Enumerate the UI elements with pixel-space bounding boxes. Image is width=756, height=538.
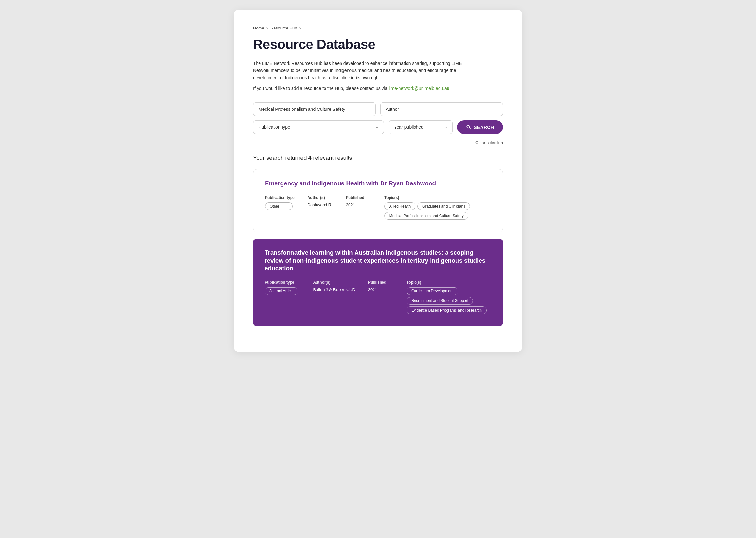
meta-published-value-2: 2021 (368, 287, 394, 292)
publication-type-tag-1: Other (265, 202, 293, 210)
topic-tag-1-1: Graduates and Clinicians (417, 202, 470, 210)
meta-published-value-1: 2021 (346, 202, 372, 207)
meta-authors-value-1: Dashwood.R (307, 202, 333, 207)
meta-topics-1: Topic(s) Allied Health Graduates and Cli… (384, 195, 491, 222)
meta-authors-label-1: Author(s) (307, 195, 333, 200)
meta-topics-2: Topic(s) Curriculum Development Recruitm… (406, 280, 491, 316)
page-description: The LIME Network Resources Hub has been … (253, 60, 477, 81)
meta-published-label-2: Published (368, 280, 394, 285)
breadcrumb-sep2: > (299, 26, 301, 30)
breadcrumb-resource-hub[interactable]: Resource Hub (270, 26, 297, 30)
topic-dropdown-label: Medical Professionalism and Culture Safe… (258, 107, 345, 112)
meta-publication-type-2: Publication type Journal Article (265, 280, 300, 297)
result-meta-2: Publication type Journal Article Author(… (265, 280, 491, 316)
author-chevron-icon: ⌄ (494, 107, 498, 111)
breadcrumb: Home > Resource Hub > (253, 26, 503, 30)
clear-selection[interactable]: Clear selection (253, 140, 503, 145)
filters-section: Medical Professionalism and Culture Safe… (253, 102, 503, 134)
topic-chevron-icon: ⌄ (367, 107, 370, 111)
result-title-1[interactable]: Emergency and Indigenous Health with Dr … (265, 180, 491, 188)
year-dropdown-label: Year published (394, 125, 423, 130)
meta-published-2: Published 2021 (368, 280, 394, 292)
publication-type-dropdown[interactable]: Publication type ⌄ (253, 120, 384, 134)
topic-tag-1-0: Allied Health (384, 202, 415, 210)
topic-tag-2-0: Curriculum Development (406, 287, 459, 295)
topic-tag-2-2: Evidence Based Programs and Research (406, 306, 487, 314)
contact-line: If you would like to add a resource to t… (253, 86, 503, 91)
author-dropdown[interactable]: Author ⌄ (380, 102, 503, 116)
result-title-2[interactable]: Transformative learning within Australia… (265, 249, 491, 273)
topics-tags-1: Allied Health Graduates and Clinicians M… (384, 202, 491, 222)
meta-publication-type-label-2: Publication type (265, 280, 300, 285)
result-card-1: Emergency and Indigenous Health with Dr … (253, 169, 503, 232)
meta-publication-type-label-1: Publication type (265, 195, 295, 200)
search-button[interactable]: SEARCH (457, 120, 503, 134)
meta-authors-2: Author(s) Bullen.J & Roberts.L.D (313, 280, 355, 292)
filter-row-1: Medical Professionalism and Culture Safe… (253, 102, 503, 116)
result-card-2: Transformative learning within Australia… (253, 239, 503, 326)
meta-authors-1: Author(s) Dashwood.R (307, 195, 333, 207)
breadcrumb-sep1: > (266, 26, 269, 30)
results-summary: Your search returned 4 relevant results (253, 155, 503, 161)
contact-email-link[interactable]: lime-network@unimelb.edu.au (389, 86, 449, 91)
publication-type-tag-2: Journal Article (265, 287, 298, 295)
topics-tags-2: Curriculum Development Recruitment and S… (406, 287, 491, 316)
meta-authors-value-2: Bullen.J & Roberts.L.D (313, 287, 355, 292)
topic-tag-2-1: Recruitment and Student Support (406, 297, 473, 304)
svg-line-1 (469, 128, 470, 130)
year-chevron-icon: ⌄ (444, 125, 447, 130)
results-suffix: relevant results (311, 155, 352, 161)
topic-tag-1-2: Medical Professionalism and Culture Safe… (384, 212, 468, 220)
breadcrumb-home[interactable]: Home (253, 26, 264, 30)
publication-type-chevron-icon: ⌄ (375, 125, 379, 130)
topic-dropdown[interactable]: Medical Professionalism and Culture Safe… (253, 102, 376, 116)
page-title: Resource Database (253, 37, 503, 52)
contact-text: If you would like to add a resource to t… (253, 86, 387, 91)
year-dropdown[interactable]: Year published ⌄ (389, 120, 453, 134)
meta-published-label-1: Published (346, 195, 372, 200)
meta-publication-type-1: Publication type Other (265, 195, 295, 212)
meta-topics-label-1: Topic(s) (384, 195, 491, 200)
search-icon (466, 125, 471, 130)
results-count: 4 (308, 155, 311, 161)
meta-authors-label-2: Author(s) (313, 280, 355, 285)
search-button-label: SEARCH (474, 125, 494, 130)
page-container: Home > Resource Hub > Resource Database … (234, 10, 522, 352)
filter-row-2: Publication type ⌄ Year published ⌄ SEAR… (253, 120, 503, 134)
results-prefix: Your search returned (253, 155, 308, 161)
result-meta-1: Publication type Other Author(s) Dashwoo… (265, 195, 491, 222)
meta-published-1: Published 2021 (346, 195, 372, 207)
author-dropdown-label: Author (386, 107, 399, 112)
publication-type-dropdown-label: Publication type (258, 125, 290, 130)
meta-topics-label-2: Topic(s) (406, 280, 491, 285)
